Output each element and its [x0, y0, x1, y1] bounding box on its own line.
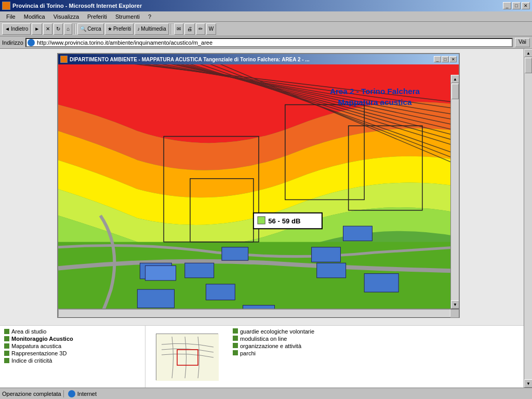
left-nav: Area di studio Monitoraggio Acustico Map…	[0, 326, 145, 388]
home-button[interactable]: ⌂	[64, 23, 72, 35]
menu-help[interactable]: ?	[144, 12, 155, 21]
address-text: http://www.provincia.torino.it/ambiente/…	[37, 39, 212, 46]
nav-item-mappatura[interactable]: Mappatura acustica	[4, 342, 141, 350]
svg-text:Area 2 - Torino Falchera: Area 2 - Torino Falchera	[330, 87, 420, 96]
nav-item-guardie[interactable]: guardie ecologiche volontarie	[233, 328, 520, 335]
nav-item-3d[interactable]: Rappresentazione 3D	[4, 350, 141, 357]
svg-rect-24	[185, 263, 214, 277]
horizontal-scrollbar[interactable]	[58, 309, 450, 317]
svg-rect-25	[222, 247, 248, 260]
acoustic-map-svg: 56 - 59 dB Area 2 - Torino Falchera Mapp…	[58, 64, 459, 309]
address-input-container[interactable]: http://www.provincia.torino.it/ambiente/…	[25, 38, 513, 47]
mini-map	[156, 334, 218, 380]
inner-window-title: DIPARTIMENTO AMBIENTE - MAPPATURA ACUSTI…	[70, 57, 432, 62]
stop-button[interactable]: ✕	[43, 23, 52, 35]
forward-button[interactable]: ►	[32, 23, 42, 35]
size-grip[interactable]	[450, 309, 459, 317]
close-button[interactable]: ✕	[522, 2, 530, 9]
main-content: DIPARTIMENTO AMBIENTE - MAPPATURA ACUSTI…	[0, 49, 532, 388]
svg-rect-22	[364, 274, 398, 292]
inner-scrollbar[interactable]: ▲ ▼	[450, 75, 459, 309]
svg-text:Mappatura acustica: Mappatura acustica	[338, 98, 412, 107]
zone-label: Internet	[77, 391, 97, 397]
maximize-button[interactable]: □	[512, 2, 521, 9]
nav-item-studio[interactable]: Area di studio	[4, 328, 141, 335]
browser-title: Provincia di Torino - Microsoft Internet…	[12, 3, 501, 9]
bullet-icon	[233, 343, 238, 348]
bullet-icon	[4, 343, 9, 349]
svg-rect-21	[343, 226, 373, 241]
right-nav: guardie ecologiche volontarie modulistic…	[229, 326, 524, 388]
status-text: Operazione completata	[2, 391, 61, 397]
discuss-button[interactable]: W	[206, 23, 216, 35]
nav-item-modulistica[interactable]: modulistica on line	[233, 335, 520, 342]
svg-rect-15	[145, 265, 176, 280]
address-label: Indirizzo	[2, 39, 23, 46]
search-icon: 🔍	[80, 26, 86, 32]
status-zone: Internet	[63, 390, 97, 397]
nav-item-criticita[interactable]: Indice di criticità	[4, 357, 141, 364]
nav-item-organizzazione[interactable]: organizzazione e attività	[233, 342, 520, 350]
scroll-thumb[interactable]	[451, 84, 459, 99]
inner-close-button[interactable]: ✕	[449, 56, 457, 62]
menu-visualizza[interactable]: Visualizza	[49, 12, 83, 21]
search-button[interactable]: 🔍 Cerca	[77, 23, 104, 35]
menu-strumenti[interactable]: Strumenti	[111, 12, 144, 21]
main-scroll-track	[524, 57, 532, 379]
scroll-track	[451, 83, 459, 300]
nav-item-parchi[interactable]: parchi	[233, 350, 520, 357]
address-bar: Indirizzo http://www.provincia.torino.it…	[0, 36, 532, 49]
mini-map-container	[145, 326, 229, 388]
edit-button[interactable]: ✏	[196, 23, 205, 35]
svg-rect-18	[243, 305, 275, 309]
separator-1	[74, 24, 75, 34]
nav-item-monitoraggio[interactable]: Monitoraggio Acustico	[4, 335, 141, 342]
menu-preferiti[interactable]: Preferiti	[83, 12, 111, 21]
favorites-button[interactable]: ★ Preferiti	[105, 23, 134, 35]
mail-button[interactable]: ✉	[174, 23, 183, 35]
scroll-down-button[interactable]: ▼	[451, 300, 459, 309]
menu-modifica[interactable]: Modifica	[20, 12, 49, 21]
bullet-icon	[4, 358, 9, 363]
main-scroll-up-button[interactable]: ▲	[524, 49, 532, 57]
go-button[interactable]: Vai	[515, 38, 530, 47]
page-icon	[28, 39, 35, 46]
status-bar: Operazione completata Internet	[0, 388, 532, 399]
print-button[interactable]: 🖨	[184, 23, 195, 35]
bullet-icon	[233, 328, 238, 334]
inner-window-controls: _ □ ✕	[434, 56, 457, 62]
back-button[interactable]: ◄ Indietro	[2, 23, 31, 35]
internet-icon	[68, 390, 75, 397]
bullet-icon	[4, 351, 9, 356]
svg-rect-19	[312, 247, 341, 262]
inner-minimize-button[interactable]: _	[434, 56, 441, 62]
window-controls: _ □ ✕	[503, 2, 530, 9]
scroll-up-button[interactable]: ▲	[451, 75, 459, 83]
multimedia-button[interactable]: ♪ Multimedia	[135, 23, 168, 35]
toolbar: ◄ Indietro ► ✕ ↻ ⌂ 🔍 Cerca ★ Preferiti ♪…	[0, 22, 532, 36]
main-scroll-thumb[interactable]	[525, 58, 532, 73]
back-arrow-icon: ◄	[5, 26, 10, 32]
separator-2	[171, 24, 172, 34]
content-wrapper: DIPARTIMENTO AMBIENTE - MAPPATURA ACUSTI…	[0, 49, 532, 388]
svg-text:56 - 59 dB: 56 - 59 dB	[268, 217, 300, 225]
bullet-icon	[233, 350, 238, 355]
bullet-icon	[4, 336, 9, 341]
svg-rect-23	[137, 289, 174, 308]
menu-bar: File Modifica Visualizza Preferiti Strum…	[0, 11, 532, 22]
svg-rect-20	[317, 263, 346, 277]
mini-map-svg	[156, 334, 219, 381]
multimedia-icon: ♪	[137, 26, 140, 32]
inner-maximize-button[interactable]: □	[442, 56, 449, 62]
refresh-button[interactable]: ↻	[54, 23, 63, 35]
inner-title-bar: DIPARTIMENTO AMBIENTE - MAPPATURA ACUSTI…	[58, 54, 459, 64]
bullet-icon	[233, 336, 238, 341]
svg-rect-35	[156, 334, 219, 381]
minimize-button[interactable]: _	[503, 2, 511, 9]
main-scrollbar[interactable]: ▲ ▼	[524, 49, 532, 388]
inner-window-icon	[60, 56, 68, 63]
menu-file[interactable]: File	[2, 12, 20, 21]
svg-rect-31	[258, 217, 265, 224]
inner-window: DIPARTIMENTO AMBIENTE - MAPPATURA ACUSTI…	[57, 53, 460, 318]
main-scroll-down-button[interactable]: ▼	[524, 379, 532, 388]
